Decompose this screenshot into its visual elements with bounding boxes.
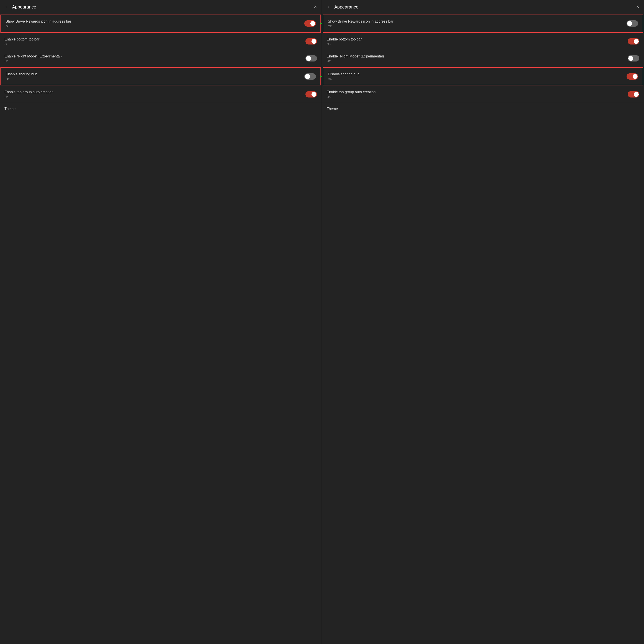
- left-night-mode-info: Enable "Night Mode" (Experimental) Off: [4, 54, 305, 63]
- left-back-button[interactable]: ←: [4, 4, 9, 10]
- right-brave-rewards-label: Show Brave Rewards icon in address bar: [328, 19, 627, 24]
- left-sharing-hub-status: Off: [6, 77, 304, 81]
- right-tab-group-status: On: [327, 95, 628, 99]
- right-settings-list: Show Brave Rewards icon in address bar O…: [322, 14, 644, 644]
- panels-container: ← Appearance ✕ Show Brave Rewards icon i…: [0, 0, 644, 644]
- right-theme-row: Theme: [322, 103, 644, 115]
- right-night-mode-status: Off: [327, 59, 628, 63]
- left-setting-row-night-mode: Enable "Night Mode" (Experimental) Off: [0, 50, 322, 67]
- left-panel-header: ← Appearance ✕: [0, 0, 322, 14]
- left-sharing-hub-thumb: [305, 74, 310, 79]
- right-bottom-toolbar-info: Enable bottom toolbar On: [327, 37, 628, 46]
- left-bottom-toolbar-info: Enable bottom toolbar On: [4, 37, 305, 46]
- left-close-button[interactable]: ✕: [314, 4, 317, 9]
- left-night-mode-status: Off: [4, 59, 305, 63]
- left-tab-group-toggle[interactable]: [305, 91, 317, 97]
- right-tab-group-info: Enable tab group auto creation On: [327, 90, 628, 99]
- right-panel-header: ← Appearance ✕: [322, 0, 644, 14]
- right-brave-rewards-toggle[interactable]: [627, 20, 638, 27]
- left-bottom-toolbar-toggle[interactable]: [305, 38, 317, 44]
- left-setting-row-tab-group: Enable tab group auto creation On: [0, 86, 322, 103]
- right-back-button[interactable]: ←: [327, 4, 332, 10]
- right-night-mode-info: Enable "Night Mode" (Experimental) Off: [327, 54, 628, 63]
- left-brave-rewards-info: Show Brave Rewards icon in address bar O…: [6, 19, 304, 28]
- left-tab-group-label: Enable tab group auto creation: [4, 90, 305, 95]
- left-panel-title: Appearance: [12, 4, 311, 10]
- arrow-2-container: [319, 73, 322, 80]
- right-bottom-toolbar-status: On: [327, 42, 628, 46]
- right-sharing-hub-info: Disable sharing hub On: [328, 72, 627, 81]
- right-night-mode-thumb: [628, 56, 633, 61]
- left-night-mode-label: Enable "Night Mode" (Experimental): [4, 54, 305, 59]
- left-bottom-toolbar-status: On: [4, 42, 305, 46]
- left-theme-row: Theme: [0, 103, 322, 115]
- right-setting-row-brave-rewards: Show Brave Rewards icon in address bar O…: [323, 15, 643, 33]
- arrow-1-container: [319, 20, 322, 27]
- right-night-mode-label: Enable "Night Mode" (Experimental): [327, 54, 628, 59]
- left-sharing-hub-toggle[interactable]: [304, 73, 316, 80]
- left-tab-group-info: Enable tab group auto creation On: [4, 90, 305, 99]
- left-theme-label: Theme: [4, 107, 317, 111]
- right-brave-rewards-info: Show Brave Rewards icon in address bar O…: [328, 19, 627, 28]
- right-sharing-hub-thumb: [633, 74, 638, 79]
- left-tab-group-thumb: [311, 92, 316, 97]
- green-arrow-2: [319, 73, 322, 80]
- left-sharing-hub-info: Disable sharing hub Off: [6, 72, 304, 81]
- left-setting-row-bottom-toolbar: Enable bottom toolbar On: [0, 33, 322, 50]
- right-sharing-hub-status: On: [328, 77, 627, 81]
- right-bottom-toolbar-toggle[interactable]: [628, 38, 639, 44]
- left-brave-rewards-toggle[interactable]: [304, 20, 316, 27]
- left-tab-group-status: On: [4, 95, 305, 99]
- right-theme-label: Theme: [327, 107, 639, 111]
- left-sharing-hub-label: Disable sharing hub: [6, 72, 304, 77]
- right-close-button[interactable]: ✕: [636, 4, 639, 9]
- right-panel-title: Appearance: [334, 4, 633, 10]
- right-setting-row-tab-group: Enable tab group auto creation On: [322, 86, 644, 103]
- left-setting-row-brave-rewards: Show Brave Rewards icon in address bar O…: [0, 15, 321, 33]
- right-tab-group-thumb: [634, 92, 639, 97]
- left-settings-list: Show Brave Rewards icon in address bar O…: [0, 14, 322, 644]
- right-brave-rewards-status: Off: [328, 25, 627, 28]
- left-night-mode-toggle[interactable]: [305, 55, 317, 61]
- left-brave-rewards-status: On: [6, 25, 304, 28]
- left-night-mode-thumb: [306, 56, 311, 61]
- right-setting-row-bottom-toolbar: Enable bottom toolbar On: [322, 33, 644, 50]
- left-bottom-toolbar-label: Enable bottom toolbar: [4, 37, 305, 42]
- right-night-mode-toggle[interactable]: [628, 55, 639, 61]
- left-setting-row-sharing-hub: Disable sharing hub Off: [0, 67, 321, 85]
- right-setting-row-night-mode: Enable "Night Mode" (Experimental) Off: [322, 50, 644, 67]
- right-sharing-hub-toggle[interactable]: [627, 73, 638, 80]
- right-tab-group-toggle[interactable]: [628, 91, 639, 97]
- left-brave-rewards-label: Show Brave Rewards icon in address bar: [6, 19, 304, 24]
- green-arrow-1: [319, 20, 322, 27]
- right-panel: ← Appearance ✕ Show Brave Rewards icon i…: [322, 0, 644, 644]
- right-tab-group-label: Enable tab group auto creation: [327, 90, 628, 95]
- right-bottom-toolbar-label: Enable bottom toolbar: [327, 37, 628, 42]
- right-setting-row-sharing-hub: Disable sharing hub On: [323, 67, 643, 85]
- left-panel: ← Appearance ✕ Show Brave Rewards icon i…: [0, 0, 322, 644]
- right-sharing-hub-label: Disable sharing hub: [328, 72, 627, 77]
